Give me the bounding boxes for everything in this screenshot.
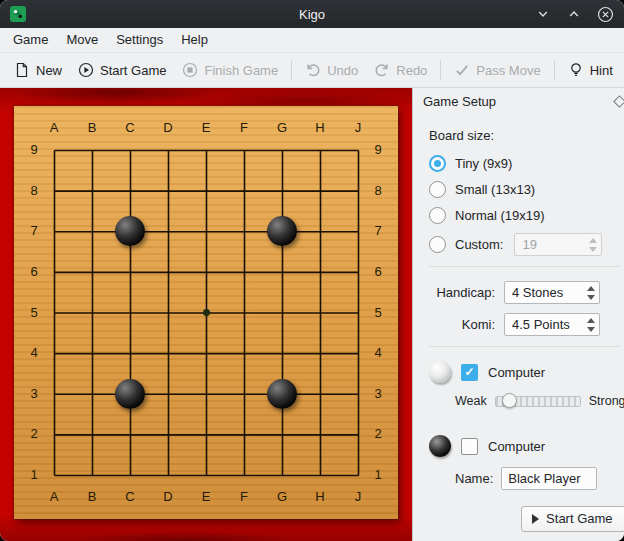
spin-up-icon[interactable] [587,318,595,323]
black-stone [115,379,145,409]
board-coordinate-top: J [349,120,367,136]
white-computer-label: Computer [488,365,545,380]
spin-down-icon[interactable] [587,295,595,300]
custom-size-value: 19 [515,237,584,252]
board-coordinate-left: 5 [25,305,43,321]
window-title: Kigo [0,7,624,22]
board-coordinate-right: 9 [369,142,387,158]
handicap-spinbox[interactable]: 4 Stones [504,281,600,304]
handicap-row: Handicap: 4 Stones [429,281,624,304]
black-stone-icon [429,435,451,457]
radio-normal-19x19-[interactable]: Normal (19x19) [429,207,624,224]
white-computer-checkbox[interactable] [461,364,478,381]
radio-label: Tiny (9x9) [455,156,512,171]
radio-tiny-9x9-[interactable]: Tiny (9x9) [429,155,624,172]
toolbar: NewStart GameFinish GameUndoRedoPass Mov… [0,53,624,88]
strength-row: Weak Strong [455,393,624,409]
toolbar-button-hint[interactable]: Hint [560,57,621,83]
strong-label: Strong [589,394,624,408]
board-coordinate-bottom: A [45,489,63,505]
board-coordinate-top: A [45,120,63,136]
spinbox-arrows[interactable] [582,286,599,300]
menu-move[interactable]: Move [57,28,107,52]
titlebar[interactable]: Kigo [0,0,624,28]
separator [429,346,620,347]
board-coordinate-bottom: G [273,489,291,505]
toolbar-label-finish-game: Finish Game [204,63,278,78]
board-coordinate-left: 8 [25,183,43,199]
board-coordinate-right: 3 [369,386,387,402]
toolbar-separator [554,60,555,80]
weak-label: Weak [455,394,487,408]
board-coordinate-bottom: E [197,489,215,505]
board-coordinate-bottom: J [349,489,367,505]
radio-label: Small (13x13) [455,182,535,197]
start-game-label: Start Game [546,511,612,526]
strength-slider[interactable] [495,393,581,409]
handicap-label: Handicap: [429,285,495,300]
menu-settings[interactable]: Settings [107,28,172,52]
komi-spinbox[interactable]: 4.5 Points [504,313,600,336]
board-coordinate-bottom: H [311,489,329,505]
maximize-button[interactable] [565,5,583,23]
radio-custom-size[interactable]: Custom: 19 [429,233,624,256]
stop-circle-icon [182,62,198,78]
redo-arrow-icon [374,62,390,78]
start-game-button[interactable]: Start Game [521,506,624,532]
lightbulb-icon [568,62,584,78]
toolbar-label-pass-move: Pass Move [476,63,540,78]
checkmark-icon [454,62,470,78]
board-coordinate-bottom: D [159,489,177,505]
spin-down-icon[interactable] [587,327,595,332]
toolbar-button-redo: Redo [366,57,435,83]
custom-size-label: Custom: [455,237,503,252]
window-controls [534,5,614,23]
board-coordinate-top: E [197,120,215,136]
radio-dot [434,160,441,167]
play-circle-icon [78,62,94,78]
board-coordinate-left: 4 [25,345,43,361]
spinbox-arrows[interactable] [582,318,599,332]
toolbar-label-new: New [36,63,62,78]
black-stone [267,379,297,409]
board-coordinate-left: 3 [25,386,43,402]
toolbar-label-start-game: Start Game [100,63,166,78]
minimize-button[interactable] [534,5,552,23]
menu-help[interactable]: Help [172,28,217,52]
panel-title: Game Setup [423,94,496,109]
board-coordinate-bottom: B [83,489,101,505]
toolbar-button-new[interactable]: New [6,57,70,83]
board-coordinate-right: 6 [369,264,387,280]
spin-down-icon [589,247,597,252]
board-coordinate-right: 1 [369,467,387,483]
name-label: Name: [455,471,493,486]
board-size-label: Board size: [429,128,624,143]
game-setup-panel: Game Setup Board size: Tiny (9x9)Small (… [412,88,624,541]
undo-arrow-icon [305,62,321,78]
radio-indicator [429,181,446,198]
radio-small-13x13-[interactable]: Small (13x13) [429,181,624,198]
toolbar-button-undo: Undo [297,57,366,83]
size-options: Tiny (9x9)Small (13x13)Normal (19x19) [429,155,624,224]
black-player-row: Computer [429,435,624,457]
star-point [203,309,210,316]
komi-label: Komi: [429,317,495,332]
board-coordinate-right: 4 [369,345,387,361]
toolbar-button-start-game[interactable]: Start Game [70,57,174,83]
komi-row: Komi: 4.5 Points [429,313,624,336]
panel-header: Game Setup [413,88,624,114]
go-board[interactable]: AABBCCDDEEFFGGHHJJ998877665544332211 [14,106,398,519]
float-panel-icon[interactable] [613,95,624,108]
close-button[interactable] [596,5,614,23]
app-icon [10,6,26,22]
spin-up-icon[interactable] [587,286,595,291]
black-computer-label: Computer [488,439,545,454]
menu-game[interactable]: Game [4,28,57,52]
toolbar-button-finish-game: Finish Game [174,57,286,83]
board-coordinate-left: 9 [25,142,43,158]
board-coordinate-left: 2 [25,426,43,442]
board-coordinate-bottom: C [121,489,139,505]
black-player-name-input[interactable] [501,467,597,490]
slider-handle[interactable] [502,393,517,408]
black-computer-checkbox[interactable] [461,438,478,455]
